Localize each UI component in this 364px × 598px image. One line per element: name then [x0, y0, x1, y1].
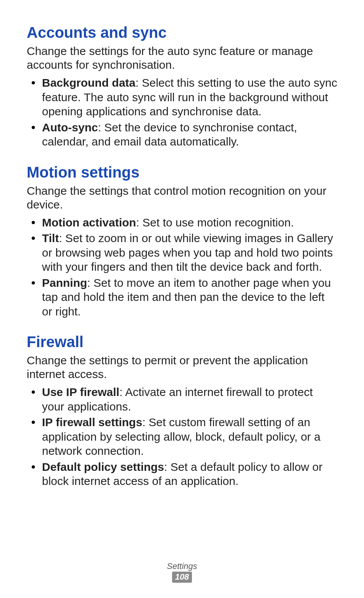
section-heading: Motion settings — [27, 163, 337, 182]
section-accounts-and-sync: Accounts and sync Change the settings fo… — [27, 23, 337, 149]
list-item: Default policy settings: Set a default p… — [27, 460, 337, 488]
list-item: Background data: Select this setting to … — [27, 76, 337, 119]
section-firewall: Firewall Change the settings to permit o… — [27, 332, 337, 488]
bullet-list: Motion activation: Set to use motion rec… — [27, 215, 337, 319]
list-item: IP firewall settings: Set custom firewal… — [27, 415, 337, 458]
list-item-term: IP firewall settings — [42, 416, 142, 428]
bullet-list: Use IP firewall: Activate an internet fi… — [27, 385, 337, 488]
section-heading: Firewall — [27, 332, 337, 351]
list-item: Motion activation: Set to use motion rec… — [27, 215, 337, 230]
list-item-term: Tilt — [42, 232, 59, 244]
list-item-term: Background data — [42, 76, 135, 89]
section-intro: Change the settings that control motion … — [27, 184, 337, 212]
section-motion-settings: Motion settings Change the settings that… — [27, 163, 337, 319]
list-item: Panning: Set to move an item to another … — [27, 276, 337, 319]
list-item: Auto-sync: Set the device to synchronise… — [27, 120, 337, 149]
page-footer: Settings 108 — [0, 562, 364, 583]
bullet-list: Background data: Select this setting to … — [27, 76, 337, 149]
list-item-term: Default policy settings — [42, 461, 164, 473]
list-item-term: Use IP firewall — [42, 386, 119, 398]
section-intro: Change the settings to permit or prevent… — [27, 354, 337, 381]
section-heading: Accounts and sync — [27, 23, 337, 42]
page-number: 108 — [172, 572, 192, 583]
footer-section-label: Settings — [0, 562, 364, 571]
list-item-desc: : Set to zoom in or out while viewing im… — [42, 232, 333, 273]
list-item-term: Auto-sync — [42, 121, 98, 134]
section-intro: Change the settings for the auto sync fe… — [27, 44, 337, 72]
list-item-desc: : Set to use motion recognition. — [136, 216, 294, 229]
document-page: Accounts and sync Change the settings fo… — [0, 0, 364, 598]
list-item: Use IP firewall: Activate an internet fi… — [27, 385, 337, 414]
list-item-term: Panning — [42, 276, 87, 289]
list-item-term: Motion activation — [42, 216, 136, 229]
list-item: Tilt: Set to zoom in or out while viewin… — [27, 231, 337, 274]
